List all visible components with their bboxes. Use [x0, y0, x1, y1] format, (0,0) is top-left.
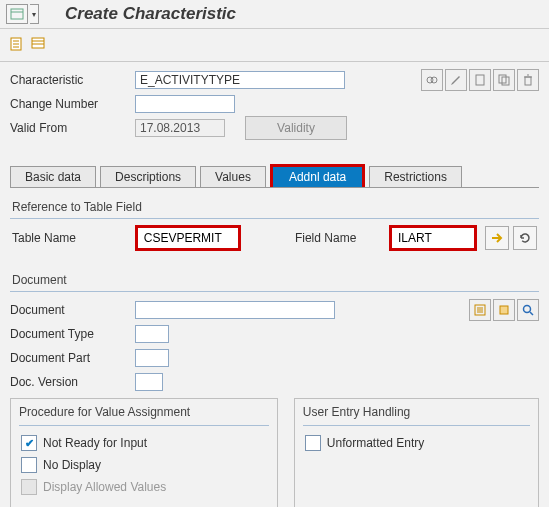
doc-version-label: Doc. Version — [10, 375, 135, 389]
header-form: Characteristic Change Number Valid From — [0, 62, 549, 150]
validity-button[interactable]: Validity — [245, 116, 347, 140]
doc-type-label: Document Type — [10, 327, 135, 341]
doc-type-input[interactable] — [135, 325, 169, 343]
copy-icon[interactable] — [493, 69, 515, 91]
procedure-title: Procedure for Value Assignment — [19, 405, 269, 419]
svg-rect-11 — [500, 306, 508, 314]
svg-point-5 — [431, 77, 437, 83]
unformatted-checkbox[interactable] — [305, 435, 321, 451]
list-icon[interactable] — [29, 35, 47, 53]
valid-from-input — [135, 119, 225, 137]
title-bar: ▾ Create Characteristic — [0, 0, 549, 29]
change-number-label: Change Number — [10, 97, 135, 111]
unformatted-label: Unformatted Entry — [327, 436, 424, 450]
entry-title: User Entry Handling — [303, 405, 530, 419]
doc-version-input[interactable] — [135, 373, 163, 391]
table-name-label: Table Name — [12, 231, 127, 245]
not-ready-label: Not Ready for Input — [43, 436, 147, 450]
document-input[interactable] — [135, 301, 335, 319]
no-display-checkbox[interactable] — [21, 457, 37, 473]
change-number-input[interactable] — [135, 95, 235, 113]
display-allowed-checkbox — [21, 479, 37, 495]
tab-descriptions[interactable]: Descriptions — [100, 166, 196, 187]
menu-btn[interactable] — [6, 4, 28, 24]
display-allowed-label: Display Allowed Values — [43, 480, 166, 494]
field-name-highlight — [389, 225, 477, 251]
reference-group-title: Reference to Table Field — [10, 196, 539, 218]
doc-find-icon[interactable] — [517, 299, 539, 321]
display-icon[interactable] — [421, 69, 443, 91]
entry-panel: User Entry Handling Unformatted Entry — [294, 398, 539, 507]
no-display-label: No Display — [43, 458, 101, 472]
header-action-icons — [421, 69, 539, 91]
tab-basic-data[interactable]: Basic data — [10, 166, 96, 187]
bottom-panels: Procedure for Value Assignment ✔ Not Rea… — [0, 398, 549, 507]
reference-group: Reference to Table Field Table Name Fiel… — [0, 188, 549, 261]
title-toolbar: ▾ — [6, 4, 55, 24]
tab-values[interactable]: Values — [200, 166, 266, 187]
svg-rect-0 — [11, 9, 23, 19]
table-name-input[interactable] — [140, 229, 236, 247]
edit-icon[interactable] — [445, 69, 467, 91]
doc-view-icon[interactable] — [493, 299, 515, 321]
document-group-title: Document — [10, 269, 539, 291]
menu-dropdown[interactable]: ▾ — [30, 4, 39, 24]
propose-icon[interactable] — [485, 226, 509, 250]
svg-line-13 — [530, 312, 533, 315]
secondary-toolbar — [0, 29, 549, 62]
table-name-highlight — [135, 225, 241, 251]
not-ready-checkbox[interactable]: ✔ — [21, 435, 37, 451]
svg-rect-6 — [476, 75, 484, 85]
svg-rect-9 — [525, 77, 531, 85]
characteristic-input[interactable] — [135, 71, 345, 89]
field-name-label: Field Name — [295, 231, 381, 245]
tab-restrictions[interactable]: Restrictions — [369, 166, 462, 187]
refresh-icon[interactable] — [513, 226, 537, 250]
new-icon[interactable] — [469, 69, 491, 91]
tab-addnl-data[interactable]: Addnl data — [270, 164, 365, 187]
characteristic-label: Characteristic — [10, 73, 135, 87]
document-label: Document — [10, 303, 135, 317]
doc-part-input[interactable] — [135, 349, 169, 367]
field-name-input[interactable] — [394, 229, 472, 247]
menu-icon — [10, 8, 24, 20]
valid-from-label: Valid From — [10, 121, 135, 135]
doc-part-label: Document Part — [10, 351, 135, 365]
procedure-panel: Procedure for Value Assignment ✔ Not Rea… — [10, 398, 278, 507]
doc-list-icon[interactable] — [469, 299, 491, 321]
create-icon[interactable] — [8, 35, 26, 53]
delete-icon[interactable] — [517, 69, 539, 91]
svg-point-12 — [524, 306, 531, 313]
document-group: Document Document Document Type Document… — [0, 261, 549, 398]
page-title: Create Characteristic — [65, 4, 236, 24]
tabstrip: Basic data Descriptions Values Addnl dat… — [10, 164, 539, 188]
svg-rect-3 — [32, 38, 44, 48]
